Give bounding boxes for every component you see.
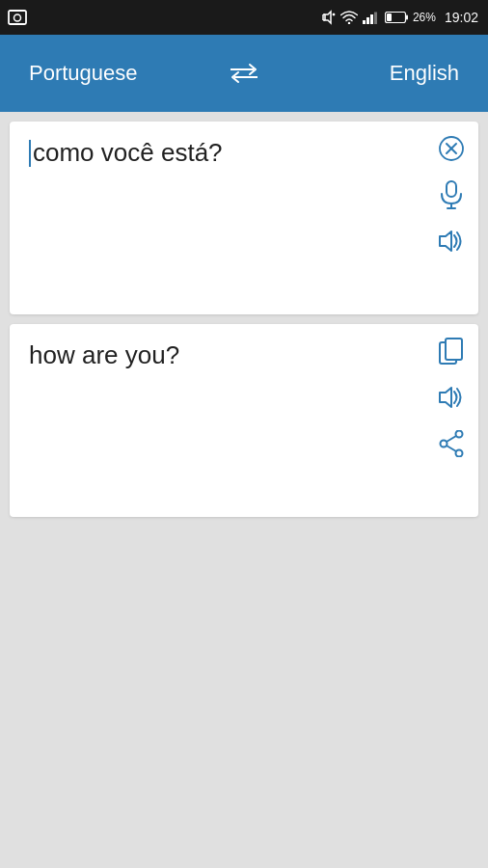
svg-rect-10 — [370, 14, 373, 24]
mute-icon — [322, 10, 336, 25]
svg-marker-24 — [440, 388, 451, 407]
svg-point-1 — [14, 14, 21, 21]
share-button[interactable] — [436, 428, 467, 459]
svg-rect-0 — [9, 11, 26, 24]
text-cursor — [29, 140, 31, 167]
source-panel[interactable]: como você está? — [10, 122, 478, 314]
svg-line-29 — [447, 446, 456, 451]
svg-rect-14 — [387, 14, 392, 21]
svg-point-26 — [456, 450, 463, 457]
source-language-label[interactable]: Portuguese — [19, 61, 217, 86]
swap-languages-button[interactable] — [217, 62, 271, 85]
photo-icon — [8, 10, 27, 25]
content-area: como você está? — [0, 112, 488, 868]
wifi-icon — [340, 11, 358, 24]
svg-line-28 — [447, 436, 456, 442]
svg-rect-11 — [374, 13, 377, 25]
copy-button[interactable] — [436, 336, 467, 366]
status-left — [8, 10, 27, 25]
battery-percent: 26% — [413, 11, 436, 24]
svg-point-25 — [456, 431, 463, 438]
svg-rect-8 — [363, 20, 366, 24]
battery-icon — [385, 12, 408, 23]
clock: 19:02 — [445, 10, 478, 25]
source-panel-icons — [436, 133, 467, 257]
clear-button[interactable] — [436, 133, 467, 164]
svg-marker-2 — [325, 12, 331, 23]
source-text: como você está? — [29, 137, 430, 170]
svg-marker-21 — [440, 231, 451, 251]
target-panel: how are you? — [10, 324, 478, 517]
signal-icon — [363, 11, 380, 24]
target-language-label[interactable]: English — [271, 61, 469, 86]
microphone-button[interactable] — [436, 179, 467, 210]
svg-rect-18 — [447, 181, 456, 197]
status-right: 26% 19:02 — [322, 10, 478, 25]
svg-rect-9 — [366, 17, 369, 24]
svg-rect-23 — [446, 339, 462, 360]
target-panel-icons — [436, 336, 467, 459]
target-text: how are you? — [29, 339, 430, 372]
svg-point-27 — [441, 441, 447, 448]
toolbar: Portuguese English — [0, 35, 488, 112]
svg-rect-13 — [406, 15, 408, 20]
status-bar: 26% 19:02 — [0, 0, 488, 35]
source-speaker-button[interactable] — [436, 226, 467, 257]
target-speaker-button[interactable] — [436, 382, 467, 413]
